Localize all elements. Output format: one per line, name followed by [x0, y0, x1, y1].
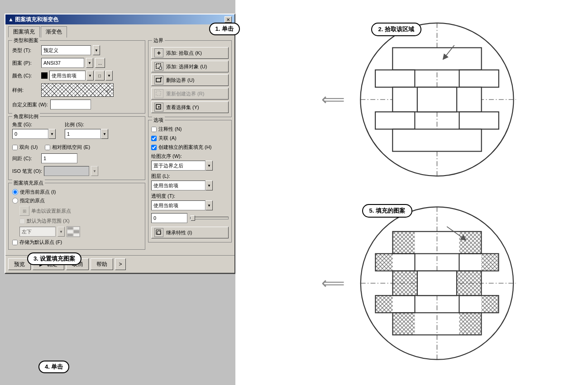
tab-hatch[interactable]: 图案填充: [8, 26, 40, 38]
origin-title: 图案填充原点: [12, 180, 45, 186]
layer-select[interactable]: 使用当前项: [151, 181, 206, 190]
left-arrow-bottom: ⟸: [321, 274, 345, 293]
remove-border-icon: [154, 76, 163, 85]
svg-rect-16: [375, 112, 415, 129]
slider-thumb: [191, 215, 195, 221]
add-select-icon: [154, 62, 163, 71]
color-dropdown-btn[interactable]: ▼: [86, 71, 94, 81]
svg-rect-15: [417, 87, 456, 112]
use-current-radio-row: 使用当前原点 (I): [12, 189, 141, 195]
store-default-checkbox[interactable]: [12, 240, 18, 245]
svg-rect-35: [459, 313, 481, 335]
associative-row: 关联 (A): [151, 135, 229, 142]
custom-row: 自定义图案 (W):: [12, 100, 141, 109]
specified-radio-row: 指定的原点: [12, 197, 141, 204]
svg-rect-33: [481, 295, 498, 313]
type-dropdown-btn[interactable]: ▼: [93, 45, 100, 55]
step3-callout: 3. 设置填充图案: [27, 252, 81, 265]
pattern-label: 图案 (P):: [12, 60, 39, 67]
spacing-input[interactable]: 1: [41, 153, 77, 163]
draw-order-select[interactable]: 置于边界之后: [151, 161, 206, 171]
layer-dropdown[interactable]: ▼: [206, 181, 213, 190]
transparency-slider[interactable]: [190, 217, 229, 219]
transparency-dropdown[interactable]: ▼: [206, 200, 213, 210]
specified-radio[interactable]: [12, 198, 18, 204]
tab-gradient[interactable]: 渐变色: [41, 26, 67, 38]
color-btn2[interactable]: ▼: [105, 71, 113, 81]
angle-dropdown[interactable]: ▼: [48, 129, 56, 139]
recreate-border-btn[interactable]: 重新创建边界 (R): [151, 88, 229, 100]
drawing-panel: 2. 拾取该区域 ⟸: [235, 0, 588, 385]
svg-rect-18: [392, 129, 481, 152]
options-section: 选项 注释性 (N) 关联 (A) 创建独立的图案填充 (H): [148, 120, 232, 242]
double-checkbox[interactable]: [12, 145, 18, 150]
view-selection-icon: [154, 103, 163, 112]
view-selection-btn[interactable]: 查看选择集 (Y): [151, 101, 229, 113]
double-row: 双向 (U): [12, 144, 38, 151]
recreate-border-icon: [154, 89, 163, 98]
pattern-row: 图案 (P): ANSI37 ▼ ...: [12, 58, 141, 68]
color-select-box[interactable]: 使用当前项: [49, 71, 86, 81]
svg-rect-5: [156, 91, 161, 95]
svg-rect-26: [392, 231, 415, 253]
color-row: 颜色 (C): 使用当前项 ▼ □ ▼: [12, 71, 141, 81]
pattern-select-box[interactable]: ANSI37: [41, 58, 84, 68]
iso-dropdown: ▼: [91, 166, 98, 176]
dialog-main: 类型和图案 类型 (T): 预定义 ▼ 图案 (P): ANSI37 ▼: [5, 38, 234, 255]
svg-rect-27: [459, 231, 481, 253]
sample-label: 样例:: [12, 87, 39, 94]
top-drawing-svg: [339, 18, 530, 181]
add-select-btn[interactable]: 添加: 选择对象 (U): [151, 61, 229, 72]
add-pick-btn[interactable]: + 添加: 拾取点 (K): [151, 47, 229, 59]
spacing-label: 间距 (C):: [12, 155, 39, 162]
scale-input[interactable]: 1: [65, 129, 101, 139]
pattern-browse-btn[interactable]: ...: [95, 58, 105, 68]
svg-rect-32: [375, 295, 392, 313]
svg-rect-40: [417, 271, 456, 295]
iso-label: ISO 笔宽 (O):: [12, 168, 42, 175]
set-new-origin-row: ⊞ 单击以设置新原点: [19, 206, 141, 216]
scale-label: 比例 (S):: [65, 121, 108, 128]
draw-order-dropdown[interactable]: ▼: [206, 161, 213, 171]
relative-checkbox[interactable]: [45, 145, 50, 150]
border-section: 边界 + 添加: 拾取点 (K) 添加: 选择对象 (U): [148, 40, 232, 117]
annotative-row: 注释性 (N): [151, 126, 229, 133]
position-select: 左下: [19, 227, 56, 237]
dialog-titlebar: ▲ 图案填充和渐变色 ✕: [5, 14, 234, 24]
associative-checkbox[interactable]: [151, 136, 157, 141]
bottom-drawing-area: 5. 填充的图案 ⟸: [317, 200, 507, 367]
remove-border-btn[interactable]: 删除边界 (U): [151, 74, 229, 86]
angle-input[interactable]: 0: [12, 129, 48, 139]
help-button[interactable]: 帮助: [91, 258, 113, 270]
dialog-title: ▲ 图案填充和渐变色: [8, 16, 58, 24]
use-current-radio[interactable]: [12, 189, 18, 195]
type-row: 类型 (T): 预定义 ▼: [12, 45, 141, 55]
color-swatch: [41, 72, 48, 79]
close-button[interactable]: ✕: [225, 16, 232, 23]
svg-rect-31: [456, 271, 481, 295]
type-select-box[interactable]: 预定义: [41, 45, 91, 55]
default-boundary-checkbox: [19, 219, 25, 224]
inherit-btn[interactable]: 继承特性 (I): [151, 227, 229, 238]
tab-bar: 图案填充 渐变色: [5, 24, 234, 38]
transparency-num[interactable]: 0: [151, 213, 187, 223]
custom-select-box[interactable]: [50, 100, 91, 109]
color-btn1[interactable]: □: [95, 71, 105, 81]
pattern-dropdown-btn[interactable]: ▼: [86, 58, 93, 68]
scale-dropdown[interactable]: ▼: [101, 129, 108, 139]
transparency-select[interactable]: 使用当前项: [151, 200, 206, 210]
top-drawing-area: 2. 拾取该区域 ⟸: [317, 18, 507, 181]
more-button[interactable]: >: [115, 258, 126, 270]
relative-row: 相对图纸空间 (E): [45, 144, 90, 151]
svg-rect-1: [159, 67, 162, 69]
sample-arrow: ↙: [105, 86, 111, 94]
color-label: 颜色 (C):: [12, 72, 39, 79]
annotative-checkbox[interactable]: [151, 127, 157, 132]
svg-rect-30: [392, 271, 417, 295]
step1-label: 1. 单击: [215, 25, 234, 32]
store-default-row: 存储为默认原点 (F): [12, 239, 141, 246]
angle-scale-title: 角度和比例: [12, 113, 40, 120]
type-pattern-section: 类型和图案 类型 (T): 预定义 ▼ 图案 (P): ANSI37 ▼: [8, 40, 145, 114]
create-separate-checkbox[interactable]: [151, 145, 157, 150]
create-separate-row: 创建独立的图案填充 (H): [151, 144, 229, 151]
